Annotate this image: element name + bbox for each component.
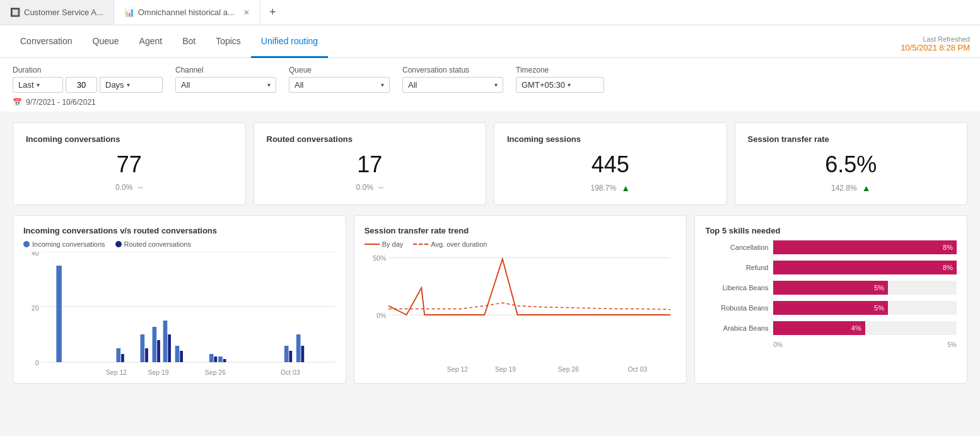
svg-rect-14 [163, 321, 168, 362]
kpi-session-transfer-rate: Session transfer rate 6.5% 142.8% ▲ [735, 122, 968, 205]
nav-tab-conversation[interactable]: Conversation [10, 25, 83, 58]
timezone-chevron: ▾ [568, 81, 571, 88]
legend-incoming-label: Incoming conversations [32, 240, 105, 248]
svg-rect-12 [153, 327, 157, 362]
skill-bar-label-cancellation: 8% [943, 244, 953, 251]
duration-unit-chevron: ▾ [127, 81, 130, 88]
duration-unit-select[interactable]: Days ▾ [100, 77, 163, 93]
line-chart-svg: 50% 0% Sep 12 Sep 19 Sep 26 Oct 03 [365, 252, 677, 378]
duration-preset-chevron: ▾ [37, 81, 40, 88]
svg-rect-21 [223, 359, 226, 362]
kpi-row: Incoming conversations 77 0.0% -- Routed… [13, 122, 967, 205]
skill-row-arabica: Arabica Beans 4% [705, 321, 957, 335]
kpi-session-transfer-rate-title: Session transfer rate [748, 134, 955, 144]
kpi-incoming-sessions-arrow: ▲ [621, 183, 630, 193]
svg-rect-25 [301, 346, 304, 362]
nav-tab-agent[interactable]: Agent [129, 25, 173, 58]
nav-tab-topics[interactable]: Topics [206, 25, 251, 58]
kpi-routed-conversations-trend: -- [378, 183, 383, 192]
kpi-incoming-conversations-pct: 0.0% [115, 183, 132, 192]
skill-bar-container-liberica: 5% [773, 281, 957, 295]
skill-bar-container-cancellation: 8% [773, 240, 957, 254]
svg-text:20: 20 [32, 304, 39, 312]
bar-chart-svg: 40 20 0 [23, 252, 335, 378]
tab2-close[interactable]: ✕ [243, 8, 250, 17]
svg-text:Sep 12: Sep 12 [106, 368, 127, 376]
queue-select[interactable]: All ▾ [289, 77, 390, 93]
skill-label-robusta: Robusta Beans [705, 304, 768, 312]
legend-by-day-line [365, 244, 380, 245]
bar-chart-area: 40 20 0 [23, 252, 335, 378]
skill-bar-refund: 8% [773, 261, 957, 274]
browser-tab-1[interactable]: 🔲 Customer Service A... [0, 0, 114, 25]
top-skills-chart-title: Top 5 skills needed [705, 226, 957, 235]
svg-text:0%: 0% [376, 312, 386, 319]
skill-label-liberica: Liberica Beans [705, 284, 768, 292]
top-skills-chart-card: Top 5 skills needed Cancellation 8% Refu… [694, 215, 967, 384]
svg-rect-22 [284, 346, 289, 362]
chart-row: Incoming conversations v/s routed conver… [13, 215, 967, 384]
timezone-select[interactable]: GMT+05:30 ▾ [516, 77, 604, 93]
nav-tab-bot[interactable]: Bot [172, 25, 206, 58]
duration-preset-select[interactable]: Last ▾ [13, 77, 63, 93]
svg-rect-19 [214, 356, 218, 362]
kpi-incoming-sessions-value: 445 [507, 151, 714, 178]
kpi-session-transfer-rate-pct: 142.8% [831, 184, 857, 192]
legend-routed-dot [115, 241, 122, 247]
session-transfer-chart-title: Session transfer rate trend [365, 226, 677, 235]
svg-rect-23 [289, 351, 292, 362]
skill-bar-label-arabica: 4% [851, 324, 861, 332]
tab1-label: Customer Service A... [24, 8, 103, 17]
kpi-incoming-conversations-trend: -- [137, 183, 143, 192]
legend-avg-duration: Avg. over duration [413, 240, 487, 248]
skill-label-refund: Refund [705, 264, 768, 271]
skill-bar-container-arabica: 4% [773, 321, 957, 335]
session-transfer-chart-card: Session transfer rate trend By day Avg. … [354, 215, 687, 384]
add-tab-button[interactable]: + [260, 0, 285, 25]
kpi-session-transfer-rate-arrow: ▲ [862, 183, 871, 193]
channel-select[interactable]: All ▾ [175, 77, 276, 93]
skill-bar-cancellation: 8% [773, 240, 957, 254]
legend-by-day-label: By day [382, 240, 404, 248]
refresh-value: 10/5/2021 8:28 PM [901, 43, 970, 52]
svg-rect-15 [168, 334, 171, 362]
tab2-icon: 📊 [124, 8, 134, 17]
conversation-status-select[interactable]: All ▾ [402, 77, 503, 93]
nav-tab-unified-routing[interactable]: Unified routing [251, 25, 328, 58]
session-transfer-legend: By day Avg. over duration [365, 240, 677, 248]
skill-bar-label-liberica: 5% [874, 284, 884, 292]
svg-rect-6 [56, 266, 62, 362]
duration-label: Duration [13, 66, 163, 74]
svg-text:Sep 19: Sep 19 [148, 368, 168, 376]
kpi-routed-conversations: Routed conversations 17 0.0% -- [254, 122, 487, 205]
svg-text:Sep 26: Sep 26 [205, 368, 226, 376]
line-chart-area: 50% 0% Sep 12 Sep 19 Sep 26 Oct 03 [365, 252, 677, 378]
svg-rect-9 [121, 354, 124, 362]
kpi-session-transfer-rate-value: 6.5% [748, 151, 955, 178]
timezone-filter: Timezone GMT+05:30 ▾ [516, 66, 604, 93]
main-content: Incoming conversations 77 0.0% -- Routed… [0, 112, 980, 394]
skills-x-5: 5% [948, 341, 957, 348]
skill-bar-container-robusta: 5% [773, 301, 957, 315]
incoming-routed-chart-title: Incoming conversations v/s routed conver… [23, 226, 335, 235]
calendar-icon: 📅 [13, 98, 22, 107]
svg-text:0: 0 [35, 359, 39, 367]
nav-tab-queue[interactable]: Queue [83, 25, 129, 58]
browser-tab-2[interactable]: 📊 Omnichannel historical a... ✕ [114, 0, 260, 25]
svg-text:Oct 03: Oct 03 [281, 368, 300, 376]
legend-avg-duration-label: Avg. over duration [431, 240, 487, 248]
svg-rect-13 [157, 340, 160, 362]
duration-value-input[interactable] [66, 77, 97, 93]
svg-text:Sep 26: Sep 26 [558, 366, 579, 373]
kpi-incoming-conversations: Incoming conversations 77 0.0% -- [13, 122, 246, 205]
date-range: 📅 9/7/2021 - 10/6/2021 [13, 98, 967, 107]
skill-row-robusta: Robusta Beans 5% [705, 301, 957, 315]
conversation-status-filter: Conversation status All ▾ [402, 66, 503, 93]
skill-label-arabica: Arabica Beans [705, 324, 768, 332]
duration-filter: Duration Last ▾ Days ▾ [13, 66, 163, 93]
legend-avg-duration-line [413, 244, 428, 245]
tab1-icon: 🔲 [10, 8, 20, 17]
legend-routed-label: Routed conversations [124, 240, 191, 248]
date-range-text: 9/7/2021 - 10/6/2021 [26, 98, 96, 107]
kpi-routed-conversations-value: 17 [267, 151, 474, 178]
